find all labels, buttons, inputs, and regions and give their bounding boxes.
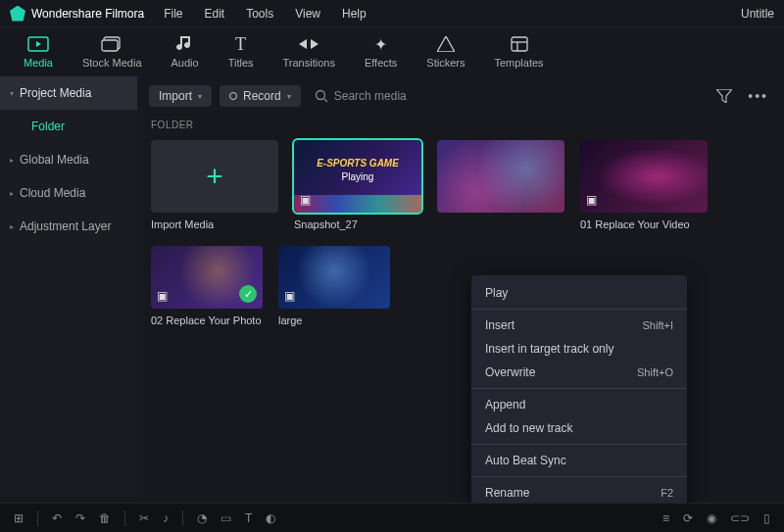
tab-audio[interactable]: Audio bbox=[172, 35, 199, 69]
tab-media[interactable]: Media bbox=[24, 35, 53, 69]
context-item-overwrite[interactable]: OverwriteShift+O bbox=[471, 361, 687, 384]
timeline-toolbar: ⊞ ↶ ↷ 🗑 ✂ ♪ ◔ ▭ T ◐ ≡ ⟳ ◉ ⊂⊃ ▯ bbox=[0, 503, 784, 532]
tag-icon[interactable]: ◔ bbox=[197, 511, 207, 525]
delete-icon[interactable]: 🗑 bbox=[99, 511, 111, 525]
menu-edit[interactable]: Edit bbox=[205, 7, 225, 21]
tab-stock-media[interactable]: Stock Media bbox=[82, 35, 142, 69]
filter-icon[interactable] bbox=[712, 85, 736, 107]
music-icon[interactable]: ♪ bbox=[163, 511, 169, 525]
sidebar-item-global-media[interactable]: ▸ Global Media bbox=[0, 143, 137, 176]
svg-point-10 bbox=[316, 91, 324, 100]
svg-marker-6 bbox=[437, 36, 455, 52]
tab-stickers[interactable]: Stickers bbox=[426, 35, 465, 69]
stock-media-icon bbox=[101, 35, 122, 53]
menu-tools[interactable]: Tools bbox=[246, 7, 273, 21]
undo-icon[interactable]: ↶ bbox=[52, 511, 62, 525]
svg-marker-1 bbox=[36, 41, 41, 47]
effects-icon: ✦ bbox=[370, 35, 392, 53]
chevron-right-icon: ▸ bbox=[10, 156, 14, 165]
svg-marker-12 bbox=[716, 89, 732, 103]
sidebar-item-cloud-media[interactable]: ▸ Cloud Media bbox=[0, 176, 137, 210]
context-item-insert[interactable]: InsertShift+I bbox=[471, 314, 687, 337]
record-icon bbox=[229, 92, 237, 100]
context-item-append[interactable]: Append bbox=[471, 393, 687, 416]
svg-rect-7 bbox=[512, 37, 527, 51]
content-panel: Import ▾ Record ▾ Search media ••• FOLDE… bbox=[137, 76, 784, 497]
marker-icon[interactable]: ▯ bbox=[763, 511, 770, 525]
image-icon: ▣ bbox=[300, 193, 311, 207]
import-media-tile[interactable]: + Import Media bbox=[151, 140, 278, 230]
shortcut: Shift+I bbox=[643, 319, 674, 331]
sidebar-item-adjustment-layer[interactable]: ▸ Adjustment Layer bbox=[0, 210, 137, 243]
text-icon[interactable]: T bbox=[245, 511, 252, 525]
app-name: Wondershare Filmora bbox=[31, 7, 144, 21]
image-icon: ▣ bbox=[586, 193, 597, 207]
titles-icon: T bbox=[230, 35, 252, 53]
separator bbox=[471, 444, 687, 445]
sync-icon[interactable]: ⟳ bbox=[683, 511, 693, 525]
main-area: ▾ Project Media Folder ▸ Global Media ▸ … bbox=[0, 76, 784, 497]
menubar: File Edit Tools View Help bbox=[164, 7, 367, 21]
logo-icon bbox=[10, 6, 25, 22]
context-item-add-to-new-track[interactable]: Add to new track bbox=[471, 416, 687, 440]
mixer-icon[interactable]: ◉ bbox=[707, 511, 716, 525]
chevron-down-icon: ▾ bbox=[287, 92, 291, 101]
tab-transitions[interactable]: Transitions bbox=[283, 35, 335, 69]
track-icon[interactable]: ≡ bbox=[662, 511, 669, 525]
record-dropdown[interactable]: Record ▾ bbox=[220, 85, 301, 107]
media-grid: + Import Media E-SPORTS GAME Playing ▣ S… bbox=[137, 134, 784, 332]
media-tile-large[interactable]: ▣ large bbox=[278, 246, 390, 326]
media-icon bbox=[27, 35, 49, 53]
chevron-right-icon: ▸ bbox=[10, 222, 14, 231]
templates-icon bbox=[509, 35, 530, 53]
menu-file[interactable]: File bbox=[164, 7, 182, 21]
context-menu: PlayInsertShift+IInsert in target track … bbox=[471, 275, 687, 532]
media-tile-replace-video[interactable]: ▣ 01 Replace Your Video bbox=[580, 140, 708, 230]
tool-icon[interactable]: ◐ bbox=[266, 511, 275, 525]
import-dropdown[interactable]: Import ▾ bbox=[149, 85, 212, 107]
sidebar-header[interactable]: ▾ Project Media bbox=[0, 76, 137, 110]
shortcut: Shift+O bbox=[637, 366, 673, 378]
svg-line-11 bbox=[323, 99, 327, 103]
content-controls: Import ▾ Record ▾ Search media ••• bbox=[137, 76, 784, 116]
menu-help[interactable]: Help bbox=[342, 7, 367, 21]
image-icon: ▣ bbox=[284, 289, 295, 303]
sidebar: ▾ Project Media Folder ▸ Global Media ▸ … bbox=[0, 76, 137, 497]
media-tile-snapshot[interactable]: E-SPORTS GAME Playing ▣ Snapshot_27 bbox=[294, 140, 421, 230]
separator bbox=[471, 476, 687, 477]
app-logo: Wondershare Filmora bbox=[10, 6, 144, 22]
layout-icon[interactable]: ⊞ bbox=[14, 511, 24, 525]
document-title: Untitle bbox=[741, 7, 774, 21]
shortcut: F2 bbox=[661, 487, 673, 499]
menu-view[interactable]: View bbox=[295, 7, 320, 21]
svg-marker-5 bbox=[311, 39, 318, 49]
image-icon: ▣ bbox=[157, 289, 168, 303]
redo-icon[interactable]: ↷ bbox=[75, 511, 85, 525]
context-item-auto-beat-sync[interactable]: Auto Beat Sync bbox=[471, 449, 687, 472]
cut-icon[interactable]: ✂ bbox=[139, 511, 149, 525]
more-icon[interactable]: ••• bbox=[744, 84, 772, 108]
media-tile-studio[interactable] bbox=[437, 140, 564, 230]
link-icon[interactable]: ⊂⊃ bbox=[730, 511, 750, 525]
media-tile-replace-photo[interactable]: ▣ ✓ 02 Replace Your Photo bbox=[151, 246, 263, 326]
tab-titles[interactable]: T Titles bbox=[228, 35, 254, 69]
context-item-play[interactable]: Play bbox=[471, 281, 687, 305]
tab-templates[interactable]: Templates bbox=[494, 35, 543, 69]
audio-icon bbox=[174, 35, 196, 53]
search-icon bbox=[315, 89, 328, 103]
context-item-rename[interactable]: RenameF2 bbox=[471, 481, 687, 505]
titlebar: Wondershare Filmora File Edit Tools View… bbox=[0, 0, 784, 27]
check-icon: ✓ bbox=[239, 285, 257, 303]
tab-effects[interactable]: ✦ Effects bbox=[365, 35, 397, 69]
separator bbox=[471, 309, 687, 310]
stickers-icon bbox=[435, 35, 457, 53]
search-input[interactable]: Search media bbox=[309, 89, 706, 103]
svg-rect-3 bbox=[102, 40, 118, 51]
sidebar-folder-active[interactable]: Folder bbox=[0, 110, 137, 143]
ribbon-tabs: Media Stock Media Audio T Titles Transit… bbox=[0, 27, 784, 76]
context-item-insert-in-target-track-only[interactable]: Insert in target track only bbox=[471, 337, 687, 361]
crop-icon[interactable]: ▭ bbox=[220, 511, 231, 525]
transitions-icon bbox=[298, 35, 319, 53]
chevron-right-icon: ▸ bbox=[10, 189, 14, 198]
svg-marker-4 bbox=[299, 39, 307, 49]
